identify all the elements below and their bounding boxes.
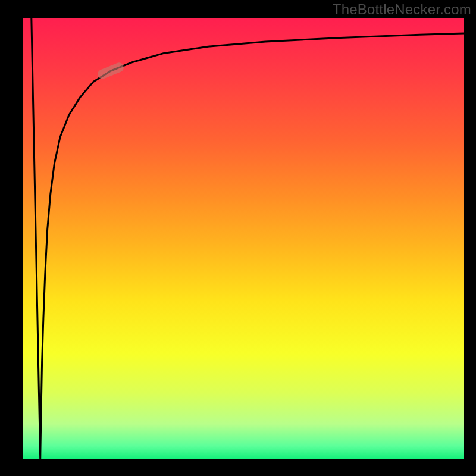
- bottleneck-curve: [32, 18, 464, 459]
- chart-container: TheBottleNecker.com: [0, 0, 476, 476]
- x-axis: [21, 459, 466, 461]
- attribution-text: TheBottleNecker.com: [333, 1, 471, 18]
- y-axis: [21, 18, 23, 461]
- curve-layer: [23, 18, 464, 459]
